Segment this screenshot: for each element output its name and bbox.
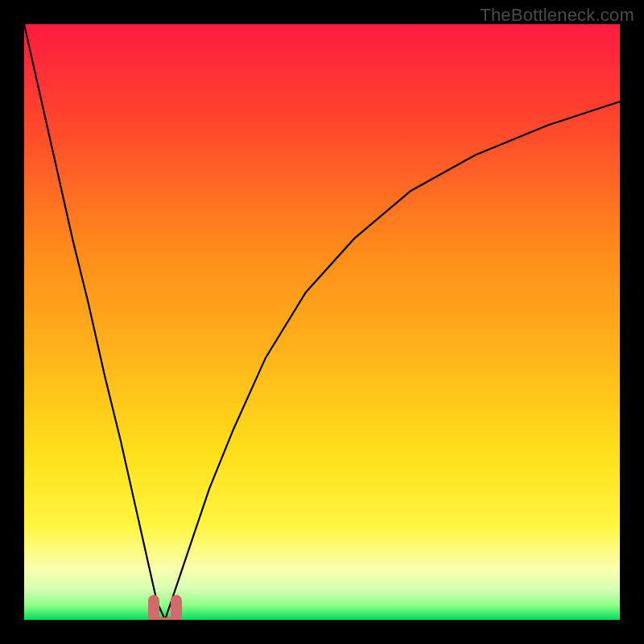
chart-plot-area (24, 24, 620, 620)
outer-frame: TheBottleneck.com (0, 0, 644, 644)
heat-background (24, 24, 620, 620)
bottleneck-chart (24, 24, 620, 620)
watermark-text: TheBottleneck.com (480, 5, 634, 26)
